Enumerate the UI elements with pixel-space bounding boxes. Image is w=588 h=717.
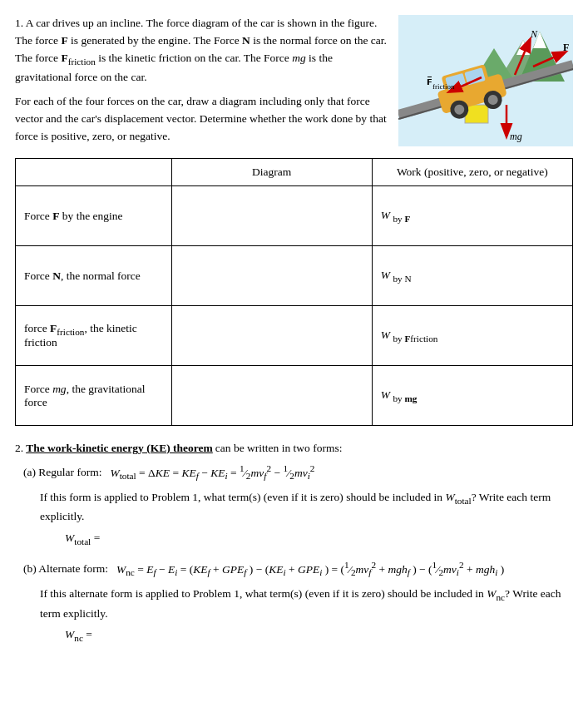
table-header: Diagram Work (positive, zero, or negativ… — [16, 159, 573, 186]
problem-2-header: 2. The work-kinetic energy (KE) theorem … — [15, 439, 573, 457]
part-b-answer: Wnc = — [65, 626, 573, 645]
part-a-formula: Wtotal = ΔKE = KEf − KEi = 1⁄2mvf2 − 1⁄2… — [110, 461, 314, 483]
part-a: (a) Regular form: Wtotal = ΔKE = KEf − K… — [23, 461, 573, 549]
problem-1-para2: For each of the four forces on the car, … — [15, 93, 390, 146]
problem-1-text: 1. A car drives up an incline. The force… — [15, 15, 390, 150]
force-table: Diagram Work (positive, zero, or negativ… — [15, 158, 573, 426]
svg-text:F: F — [563, 42, 569, 53]
part-b-question: If this alternate form is applied to Pro… — [40, 585, 573, 622]
part-a-answer: Wtotal = — [65, 529, 573, 549]
row3-diagram — [171, 306, 372, 366]
col-header-diagram: Diagram — [171, 159, 372, 186]
part-a-formula-line: (a) Regular form: Wtotal = ΔKE = KEf − K… — [23, 461, 573, 483]
part-b: (b) Alternate form: Wnc = Ef − Ei = (KEf… — [23, 557, 573, 645]
col-header-work: Work (positive, zero, or negative) — [372, 159, 572, 186]
row3-work: W by Ffriction — [372, 306, 572, 366]
part-b-formula: Wnc = Ef − Ei = (KEf + GPEf ) − (KEi + G… — [116, 557, 504, 580]
row2-diagram — [171, 246, 372, 306]
part-b-label: (b) Alternate form: — [23, 560, 108, 578]
row3-label: force Ffriction, the kinetic friction — [16, 306, 172, 366]
problem-number: 1. A car drives up an incline. The force… — [15, 15, 390, 87]
svg-rect-8 — [465, 105, 488, 123]
row1-work: W by F — [372, 186, 572, 246]
table-row: Force N, the normal force W by N — [16, 246, 573, 306]
row2-work: W by N — [372, 246, 572, 306]
p1-number: 1. — [15, 17, 23, 29]
row2-label: Force N, the normal force — [16, 246, 172, 306]
col-header-label — [16, 159, 172, 186]
row4-work: W by mg — [372, 366, 572, 426]
row4-diagram — [171, 366, 372, 426]
problem-1-section: 1. A car drives up an incline. The force… — [15, 15, 573, 150]
svg-text:N: N — [530, 28, 538, 40]
problem-2-section: 2. The work-kinetic energy (KE) theorem … — [15, 439, 573, 645]
car-svg: N F mg F̅friction — [398, 15, 573, 146]
part-b-formula-line: (b) Alternate form: Wnc = Ef − Ei = (KEf… — [23, 557, 573, 580]
table-row: Force F by the engine W by F — [16, 186, 573, 246]
row4-label: Force mg, the gravitational force — [16, 366, 172, 426]
p2-title: The work-kinetic energy (KE) theorem — [26, 439, 213, 457]
row1-diagram — [171, 186, 372, 246]
p2-title-suffix: can be written in two forms: — [215, 439, 343, 457]
part-a-question: If this form is applied to Problem 1, wh… — [40, 488, 573, 526]
p2-number: 2. — [15, 439, 23, 457]
svg-text:mg: mg — [510, 131, 522, 142]
part-a-label: (a) Regular form: — [23, 463, 101, 482]
row1-label: Force F by the engine — [16, 186, 172, 246]
table-row: Force mg, the gravitational force W by m… — [16, 366, 573, 426]
table-row: force Ffriction, the kinetic friction W … — [16, 306, 573, 366]
car-diagram: N F mg F̅friction — [398, 15, 573, 150]
